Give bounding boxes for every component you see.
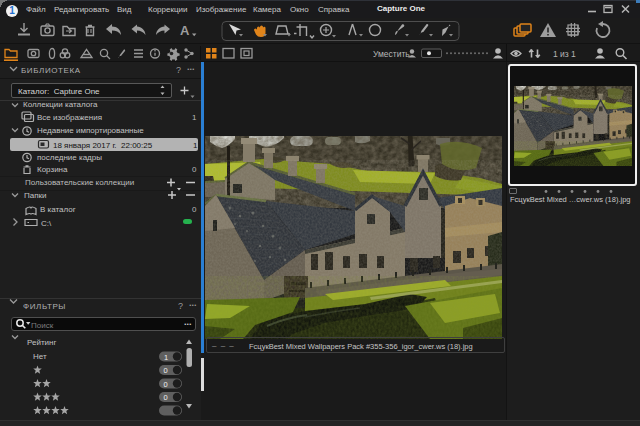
svg-text:0: 0 [164,380,168,389]
svg-text:1: 1 [164,353,168,362]
svg-text:1 из 1: 1 из 1 [553,49,576,59]
svg-text:Уместить: Уместить [373,49,410,59]
svg-text:0: 0 [164,366,168,375]
svg-text:0: 0 [164,393,168,402]
svg-text:A: A [180,23,190,38]
